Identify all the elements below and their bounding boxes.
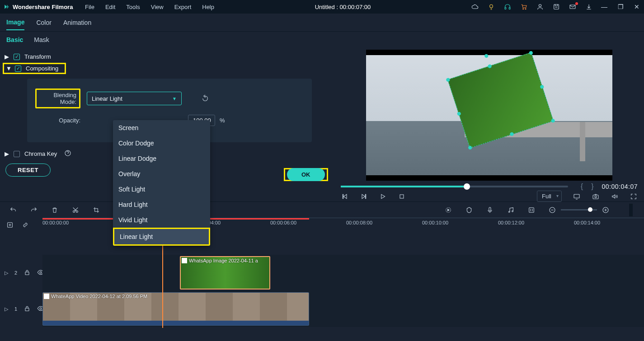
add-track-icon[interactable]	[6, 221, 14, 230]
expand-icon[interactable]: ▼	[6, 65, 10, 72]
window-controls: — ❐ ✕	[601, 3, 640, 10]
step-forward-button[interactable]	[360, 192, 368, 201]
transform-checkbox[interactable]: ✓	[14, 54, 20, 60]
compositing-checkbox[interactable]: ✓	[15, 65, 21, 72]
blend-option-soft-light[interactable]: Soft Light	[113, 182, 210, 197]
track-1-head: ▷ 1	[0, 291, 42, 327]
menu-tools[interactable]: Tools	[126, 4, 140, 10]
render-icon[interactable]	[444, 206, 452, 214]
video-clip[interactable]: WhateApp Video 2022-04-12 at 2.09.56 PM	[42, 292, 309, 326]
play-button[interactable]	[379, 192, 387, 201]
zoom-out-icon[interactable]	[548, 206, 556, 214]
track-2-lane[interactable]: WhatsApp Image 2022-04-11 a	[42, 255, 644, 291]
svg-point-29	[40, 308, 42, 309]
music-icon[interactable]	[507, 206, 515, 214]
blending-mode-menu: Screen Color Dodge Linear Dodge Overlay …	[113, 120, 210, 246]
redo-icon[interactable]	[30, 206, 38, 214]
crop-icon[interactable]	[92, 206, 100, 214]
brace-close-icon[interactable]: }	[591, 182, 593, 191]
zoom-slider[interactable]	[561, 209, 597, 210]
panel-tabs: Image Color Animation	[0, 14, 644, 32]
ruler-tick: 00:00:14:00	[574, 220, 600, 225]
save-icon[interactable]	[553, 3, 560, 10]
cloud-icon[interactable]	[471, 3, 479, 10]
preview-timecode: 00:00:04:07	[602, 183, 638, 190]
blending-mode-dropdown[interactable]: Linear Light ▼	[87, 92, 182, 105]
blend-option-linear-dodge[interactable]: Linear Dodge	[113, 151, 210, 166]
preview-scrubber[interactable]	[341, 186, 568, 187]
brace-open-icon[interactable]: {	[581, 182, 583, 191]
lock-icon[interactable]	[24, 269, 31, 277]
compositing-section-header[interactable]: ▼ ✓ Compositing	[3, 63, 66, 74]
track-spacer	[0, 233, 644, 255]
chroma-key-checkbox[interactable]: ✓	[14, 151, 20, 157]
chroma-key-label: Chroma Key	[24, 150, 57, 157]
delete-icon[interactable]	[51, 206, 59, 214]
user-icon[interactable]	[536, 3, 544, 10]
reset-button[interactable]: RESET	[5, 163, 51, 177]
subtab-basic[interactable]: Basic	[6, 36, 23, 43]
step-back-button[interactable]	[341, 192, 349, 201]
ruler-tick: 00:00:06:00	[270, 220, 296, 225]
blend-option-linear-light[interactable]: Linear Light	[113, 228, 210, 246]
blend-option-vivid-light[interactable]: Vivid Light	[113, 212, 210, 228]
mic-icon[interactable]	[486, 206, 494, 214]
tab-animation[interactable]: Animation	[63, 15, 91, 30]
menu-export[interactable]: Export	[174, 4, 192, 10]
blend-option-color-dodge[interactable]: Color Dodge	[113, 135, 210, 151]
track-2: ▷ 2 WhatsApp Image 2022-04-11 a	[0, 255, 644, 291]
lock-icon[interactable]	[24, 305, 31, 313]
menu-help[interactable]: Help	[202, 4, 214, 10]
tab-color[interactable]: Color	[36, 15, 51, 30]
stop-button[interactable]	[398, 192, 406, 201]
subtab-mask[interactable]: Mask	[34, 36, 49, 43]
track-2-head: ▷ 2	[0, 255, 42, 291]
zoom-in-icon[interactable]	[602, 206, 610, 214]
collapse-icon[interactable]: ▶	[5, 150, 9, 157]
tab-image[interactable]: Image	[6, 15, 24, 30]
maximize-button[interactable]: ❐	[617, 3, 624, 10]
mail-icon[interactable]	[569, 3, 576, 10]
transform-section-header[interactable]: ▶ ✓ Transform	[5, 51, 330, 63]
blend-option-screen[interactable]: Screen	[113, 120, 210, 135]
svg-rect-10	[365, 194, 366, 198]
undo-icon[interactable]	[9, 206, 17, 214]
menu-edit[interactable]: Edit	[105, 4, 115, 10]
reset-blending-icon[interactable]	[202, 94, 210, 103]
track-1-lane[interactable]: WhateApp Video 2022-04-12 at 2.09.56 PM	[42, 291, 644, 327]
close-button[interactable]: ✕	[633, 3, 640, 10]
cut-icon[interactable]	[71, 206, 80, 214]
opacity-unit: %	[220, 117, 225, 124]
display-icon[interactable]	[573, 192, 581, 201]
download-icon[interactable]	[585, 3, 592, 10]
menu-bar: File Edit Tools View Export Help	[85, 4, 214, 10]
blend-option-hard-light[interactable]: Hard Light	[113, 197, 210, 212]
svg-point-5	[539, 5, 541, 7]
collapse-icon[interactable]: ▶	[5, 53, 9, 60]
svg-rect-7	[570, 5, 575, 9]
volume-icon[interactable]	[611, 192, 619, 201]
preview-zoom-select[interactable]: Full	[537, 191, 562, 202]
blend-option-overlay[interactable]: Overlay	[113, 166, 210, 182]
marker-icon[interactable]	[465, 206, 473, 214]
mixer-icon[interactable]	[527, 206, 536, 214]
svg-point-20	[508, 211, 510, 212]
bulb-icon[interactable]	[488, 3, 495, 10]
timeline-zoom	[548, 206, 610, 214]
image-clip[interactable]: WhatsApp Image 2022-04-11 a	[180, 256, 270, 290]
transform-label: Transform	[24, 53, 51, 60]
zoom-fit-icon[interactable]	[627, 204, 635, 216]
preview-viewport[interactable]	[334, 48, 644, 182]
minimize-button[interactable]: —	[601, 3, 608, 10]
headset-icon[interactable]	[504, 3, 511, 10]
fullscreen-icon[interactable]	[630, 192, 638, 201]
link-icon[interactable]	[22, 221, 29, 230]
cart-icon[interactable]	[520, 3, 527, 10]
ruler-tick: 00:00:12:00	[498, 220, 524, 225]
svg-rect-11	[400, 195, 404, 198]
menu-view[interactable]: View	[151, 4, 164, 10]
snapshot-icon[interactable]	[592, 192, 600, 201]
menu-file[interactable]: File	[85, 4, 94, 10]
help-icon[interactable]	[64, 149, 71, 158]
ok-button[interactable]: OK	[287, 168, 325, 181]
